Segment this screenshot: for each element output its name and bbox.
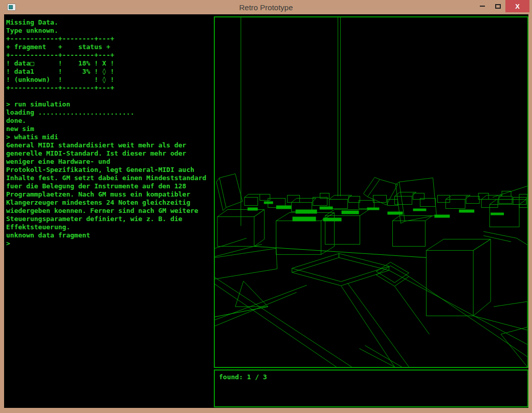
terminal-line: Steuerungsparameter definiert, wie z. B.… xyxy=(6,215,211,223)
close-button[interactable]: X xyxy=(505,0,529,12)
terminal-line: Missing Data. xyxy=(6,18,211,27)
app-window: Retro Prototype X Missing Data.Type unkn… xyxy=(0,0,532,413)
terminal-line: new sim xyxy=(6,125,211,133)
terminal-line: > xyxy=(6,240,211,248)
maximize-icon xyxy=(495,4,501,9)
titlebar[interactable]: Retro Prototype X xyxy=(0,0,532,14)
terminal-line: Protokoll-Spezifikation, legt General-MI… xyxy=(6,166,211,174)
terminal-line: ! (unknown) ! ! ◊ ! xyxy=(6,76,211,84)
terminal-line: done. xyxy=(6,117,211,125)
terminal-line: +------------+--------+---+ xyxy=(6,84,211,92)
window-title: Retro Prototype xyxy=(0,0,532,14)
terminal-line: Inhalte fest. GM setzt dabei einen Minde… xyxy=(6,174,211,182)
terminal-line: General MIDI standardisiert weit mehr al… xyxy=(6,141,211,149)
wireframe-scene xyxy=(215,17,527,367)
close-icon: X xyxy=(515,3,520,10)
scene-viewport[interactable] xyxy=(214,16,528,368)
terminal-line xyxy=(6,92,211,100)
status-panel: found: 1 / 3 xyxy=(214,369,528,407)
minimize-icon xyxy=(480,6,485,7)
terminal-line: weniger eine Hardware- und xyxy=(6,158,211,166)
terminal-line: +------------+--------+---+ xyxy=(6,35,211,43)
terminal-line: Klangerzeuger mindestens 24 Noten gleich… xyxy=(6,199,211,207)
terminal-line: > whatis midi xyxy=(6,133,211,141)
terminal-line: unknown data fragment xyxy=(6,231,211,240)
terminal-line: Effektsteuerung. xyxy=(6,223,211,231)
terminal-line: wiedergeben koennen. Ferner sind nach GM… xyxy=(6,207,211,215)
maximize-button[interactable] xyxy=(490,0,505,12)
found-counter: found: 1 / 3 xyxy=(219,373,267,381)
minimize-button[interactable] xyxy=(475,0,490,12)
terminal-line: Type unknown. xyxy=(6,27,211,35)
terminal-output: Missing Data.Type unknown.+------------+… xyxy=(6,18,211,248)
window-content: Missing Data.Type unknown.+------------+… xyxy=(4,14,528,408)
terminal-line: Programmplaetzen. Nach GM muss ein kompa… xyxy=(6,190,211,199)
terminal-line: ! data□ ! 18% ! X ! xyxy=(6,59,211,68)
terminal-line: loading ........................ xyxy=(6,108,211,117)
terminal-line: + fragment + status + xyxy=(6,43,211,51)
window-controls: X xyxy=(475,0,529,12)
terminal-line: +------------+--------+---+ xyxy=(6,51,211,59)
right-panel: found: 1 / 3 xyxy=(214,14,528,408)
terminal-line: > run simulation xyxy=(6,100,211,108)
terminal-panel[interactable]: Missing Data.Type unknown.+------------+… xyxy=(4,14,211,408)
terminal-line: ! data1 ! 3% ! ◊ ! xyxy=(6,68,211,76)
terminal-line: fuer die Belegung der Instrumente auf de… xyxy=(6,182,211,190)
terminal-line: generelle MIDI-Standard. Ist dieser mehr… xyxy=(6,149,211,158)
